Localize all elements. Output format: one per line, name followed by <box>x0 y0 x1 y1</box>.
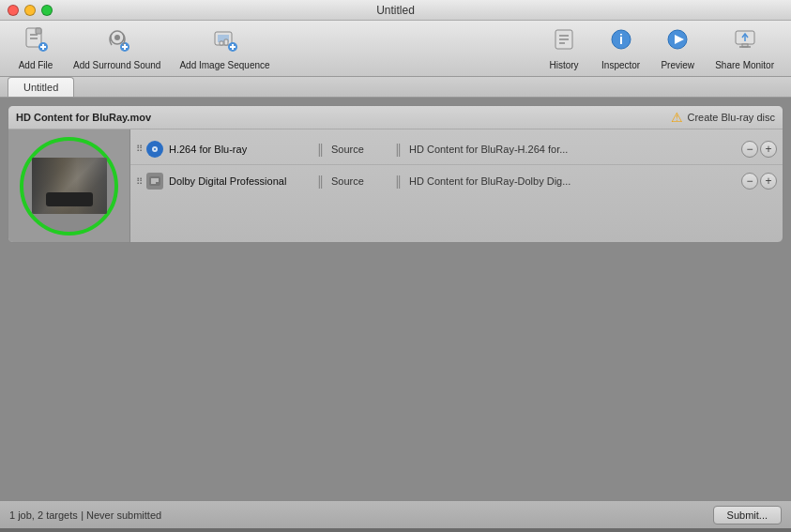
add-file-label: Add File <box>19 60 53 70</box>
target-output-dolby: HD Content for BluRay-Dolby Dig... <box>409 175 736 187</box>
drag-handle-2[interactable]: ⠿ <box>136 176 143 187</box>
bottom-tutorial: HD Content for Bl...y.mov Drag source fi… <box>0 528 791 532</box>
share-monitor-icon <box>732 26 758 58</box>
divider-1: ‖ <box>317 142 324 157</box>
add-sequence-label: Add Image Sequence <box>179 60 269 70</box>
main-content: HD Content for BluRay.mov ⚠ Create Blu-r… <box>0 98 791 500</box>
status-bar: 1 job, 2 targets | Never submitted Submi… <box>0 500 791 528</box>
tutorial-arrow <box>28 528 131 532</box>
svg-point-8 <box>114 35 120 40</box>
history-label: History <box>549 60 578 70</box>
add-file-button[interactable]: Add File <box>8 23 64 74</box>
add-sequence-icon <box>212 26 238 58</box>
status-left: 1 job, 2 targets | Never submitted <box>9 509 161 522</box>
divider-2: ‖ <box>395 142 402 157</box>
thumbnail-image <box>32 158 107 214</box>
tab-bar: Untitled <box>0 77 791 98</box>
title-bar: Untitled <box>0 0 791 21</box>
job-title: HD Content for BluRay.mov <box>16 112 151 123</box>
thumbnail-circle <box>20 137 118 236</box>
toolbar-right: History i Inspector Preview <box>536 23 783 74</box>
jobs-count: 1 job, 2 targets <box>9 509 78 521</box>
add-target-dolby[interactable]: + <box>760 173 777 190</box>
history-icon <box>551 26 577 58</box>
window-controls[interactable] <box>8 5 53 16</box>
table-row: ⠿ H.264 for Blu-ray ‖ Source ‖ HD Conten… <box>130 133 783 165</box>
svg-text:i: i <box>619 32 623 47</box>
table-row: ⠿ Dolby Digital Professional ‖ Source ‖ … <box>130 165 783 197</box>
target-name-dolby: Dolby Digital Professional <box>169 175 310 187</box>
row-buttons-h264: − + <box>741 141 777 158</box>
add-target-h264[interactable]: + <box>760 141 777 158</box>
target-icon-dolby <box>146 173 163 190</box>
inspector-label: Inspector <box>601 60 640 70</box>
row-buttons-dolby: − + <box>741 173 777 190</box>
tab-untitled[interactable]: Untitled <box>8 77 74 97</box>
add-file-icon <box>23 26 49 58</box>
inspector-button[interactable]: i Inspector <box>592 23 649 74</box>
submitted-status: Never submitted <box>86 509 161 521</box>
target-name-h264: H.264 for Blu-ray <box>169 144 310 155</box>
svg-point-33 <box>154 148 156 150</box>
warning-icon: ⚠ <box>671 110 683 125</box>
preview-button[interactable]: Preview <box>649 23 706 74</box>
minimize-button[interactable] <box>24 5 36 16</box>
divider-3: ‖ <box>317 174 324 189</box>
add-surround-label: Add Surround Sound <box>73 60 160 70</box>
add-surround-icon <box>104 26 130 58</box>
remove-target-dolby[interactable]: − <box>741 173 758 190</box>
job-content: ⠿ H.264 for Blu-ray ‖ Source ‖ HD Conten… <box>8 129 783 242</box>
window-title: Untitled <box>376 4 415 17</box>
toolbar: Add File Add Surround Sound <box>0 21 791 77</box>
job-header: HD Content for BluRay.mov ⚠ Create Blu-r… <box>8 106 783 129</box>
svg-rect-15 <box>224 39 228 45</box>
maximize-button[interactable] <box>41 5 53 16</box>
preview-icon <box>664 26 691 58</box>
job-box: HD Content for BluRay.mov ⚠ Create Blu-r… <box>8 105 783 243</box>
target-source-dolby: Source <box>331 175 388 187</box>
close-button[interactable] <box>8 5 19 16</box>
drag-handle[interactable]: ⠿ <box>136 144 143 154</box>
remove-target-h264[interactable]: − <box>741 141 758 158</box>
share-monitor-button[interactable]: Share Monitor <box>706 23 783 74</box>
target-source-h264: Source <box>331 144 388 155</box>
add-surround-button[interactable]: Add Surround Sound <box>64 23 170 74</box>
target-icon-h264 <box>146 141 163 158</box>
svg-rect-1 <box>36 28 41 34</box>
preview-label: Preview <box>661 60 694 70</box>
share-monitor-label: Share Monitor <box>715 60 774 70</box>
divider-4: ‖ <box>395 174 402 189</box>
thumbnail-area <box>8 129 130 242</box>
history-button[interactable]: History <box>536 23 592 74</box>
inspector-icon: i <box>608 26 634 58</box>
svg-rect-14 <box>220 41 223 45</box>
bluray-warning[interactable]: ⚠ Create Blu-ray disc <box>671 110 775 125</box>
targets-area: ⠿ H.264 for Blu-ray ‖ Source ‖ HD Conten… <box>130 129 783 242</box>
target-output-h264: HD Content for BluRay-H.264 for... <box>409 144 736 155</box>
submit-button[interactable]: Submit... <box>713 506 782 524</box>
add-sequence-button[interactable]: Add Image Sequence <box>170 23 279 74</box>
warning-text: Create Blu-ray disc <box>687 112 775 123</box>
